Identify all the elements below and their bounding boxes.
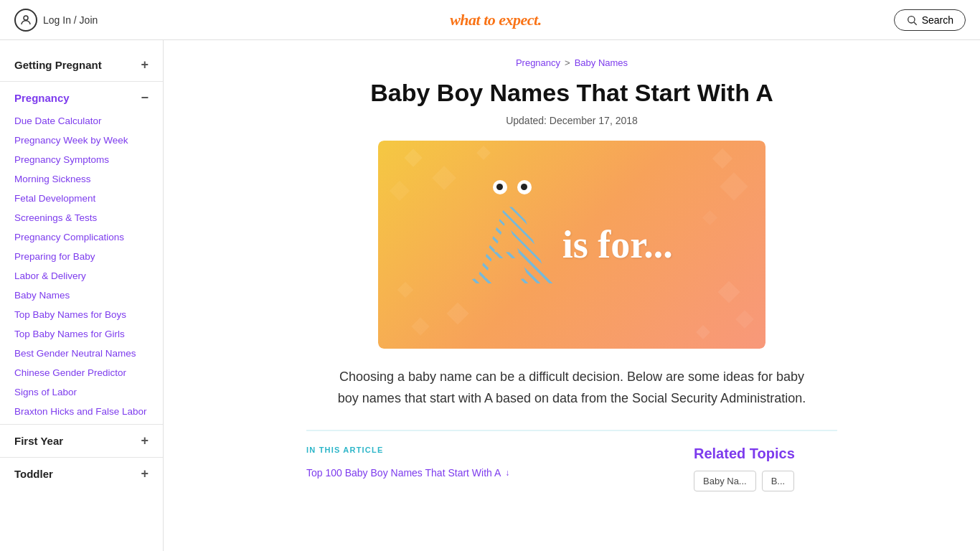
list-item: Screenings & Tests	[0, 208, 163, 227]
sidebar-divider	[0, 457, 163, 458]
signs-of-labor-link[interactable]: Signs of Labor	[0, 382, 163, 402]
sidebar-item-toddler[interactable]: Toddler +	[0, 461, 163, 487]
svg-line-2	[914, 22, 917, 25]
pregnancy-symptoms-link[interactable]: Pregnancy Symptoms	[0, 150, 163, 169]
sidebar-divider	[0, 81, 163, 82]
list-item: Top Baby Names for Girls	[0, 324, 163, 344]
collapse-icon: −	[141, 90, 149, 105]
updated-date: Updated: December 17, 2018	[306, 115, 837, 126]
avatar-icon	[14, 9, 37, 32]
svg-point-1	[908, 16, 914, 22]
list-item: Pregnancy Symptoms	[0, 150, 163, 169]
chinese-gender-predictor-link[interactable]: Chinese Gender Predictor	[0, 363, 163, 382]
top-girls-names-link[interactable]: Top Baby Names for Girls	[0, 324, 163, 344]
arrow-down-icon: ↓	[505, 468, 509, 478]
list-item: Labor & Delivery	[0, 266, 163, 286]
preparing-for-baby-link[interactable]: Preparing for Baby	[0, 247, 163, 266]
related-topics-label: Related Topics	[694, 446, 837, 462]
sidebar: Getting Pregnant + Pregnancy − Due Date …	[0, 40, 164, 551]
sidebar-section-label: First Year	[14, 435, 63, 447]
list-item: Pregnancy Complications	[0, 227, 163, 247]
list-item: Preparing for Baby	[0, 247, 163, 266]
list-item: Pregnancy Week by Week	[0, 131, 163, 150]
top-boys-names-link[interactable]: Top Baby Names for Boys	[0, 305, 163, 324]
list-item: Top Baby Names for Boys	[0, 305, 163, 324]
pregnancy-week-by-week-link[interactable]: Pregnancy Week by Week	[0, 131, 163, 150]
toc-item-link[interactable]: Top 100 Baby Boy Names That Start With A…	[306, 467, 665, 479]
sidebar-divider	[0, 424, 163, 425]
list-item: Fetal Development	[0, 189, 163, 208]
sidebar-section-label: Pregnancy	[14, 92, 70, 104]
toc-list: Top 100 Baby Boy Names That Start With A…	[306, 463, 665, 483]
labor-delivery-link[interactable]: Labor & Delivery	[0, 266, 163, 286]
related-tag[interactable]: B...	[762, 471, 795, 491]
list-item: Top 100 Baby Boy Names That Start With A…	[306, 463, 665, 483]
expand-icon: +	[141, 466, 149, 481]
breadcrumb-separator: >	[565, 57, 570, 68]
pregnancy-subnav: Due Date Calculator Pregnancy Week by We…	[0, 111, 163, 421]
list-item: Chinese Gender Predictor	[0, 363, 163, 382]
page-title: Baby Boy Names That Start With A	[306, 78, 837, 108]
article-intro: Choosing a baby name can be a difficult …	[335, 366, 809, 410]
gender-neutral-names-link[interactable]: Best Gender Neutral Names	[0, 344, 163, 363]
list-item: Due Date Calculator	[0, 111, 163, 131]
toc-item-label: Top 100 Baby Boy Names That Start With A	[306, 467, 501, 479]
list-item: Morning Sickness	[0, 169, 163, 189]
in-this-article: IN THIS ARTICLE Top 100 Baby Boy Names T…	[306, 446, 665, 491]
main-layout: Getting Pregnant + Pregnancy − Due Date …	[0, 40, 980, 551]
list-item: Braxton Hicks and False Labor	[0, 402, 163, 421]
main-content: Pregnancy > Baby Names Baby Boy Names Th…	[164, 40, 980, 551]
list-item: Best Gender Neutral Names	[0, 344, 163, 363]
site-header: Log In / Join what to expect. Search	[0, 0, 980, 40]
list-item: Signs of Labor	[0, 382, 163, 402]
sidebar-item-first-year[interactable]: First Year +	[0, 428, 163, 454]
login-label: Log In / Join	[43, 14, 98, 26]
pregnancy-complications-link[interactable]: Pregnancy Complications	[0, 227, 163, 247]
baby-names-link[interactable]: Baby Names	[0, 286, 163, 305]
search-button[interactable]: Search	[894, 9, 966, 31]
expand-icon: +	[141, 433, 149, 448]
related-topics: Related Topics Baby Na... B...	[694, 446, 837, 491]
screenings-tests-link[interactable]: Screenings & Tests	[0, 208, 163, 227]
hero-text: is for...	[562, 222, 673, 267]
hero-image: A is for...	[378, 141, 765, 349]
sidebar-section-label: Getting Pregnant	[14, 59, 102, 71]
braxton-hicks-link[interactable]: Braxton Hicks and False Labor	[0, 402, 163, 421]
morning-sickness-link[interactable]: Morning Sickness	[0, 169, 163, 189]
sidebar-item-getting-pregnant[interactable]: Getting Pregnant +	[0, 52, 163, 78]
svg-point-0	[24, 16, 28, 20]
search-icon	[906, 14, 918, 26]
letter-a-wrapper: A	[471, 187, 554, 302]
due-date-calculator-link[interactable]: Due Date Calculator	[0, 111, 163, 131]
sidebar-section-label: Toddler	[14, 468, 53, 480]
site-logo[interactable]: what to expect.	[450, 11, 542, 29]
breadcrumb: Pregnancy > Baby Names	[306, 57, 837, 68]
sidebar-item-pregnancy[interactable]: Pregnancy −	[0, 85, 163, 111]
list-item: Baby Names	[0, 286, 163, 305]
logo-text: what to expect.	[450, 11, 542, 29]
article-bottom-section: IN THIS ARTICLE Top 100 Baby Boy Names T…	[306, 446, 837, 491]
hero-image-background: A is for...	[378, 141, 765, 349]
fetal-development-link[interactable]: Fetal Development	[0, 189, 163, 208]
breadcrumb-parent-link[interactable]: Pregnancy	[516, 57, 560, 68]
section-divider	[306, 430, 837, 431]
hero-letter-container: A is for...	[471, 187, 673, 302]
content-area: Pregnancy > Baby Names Baby Boy Names Th…	[292, 57, 852, 491]
breadcrumb-current: Baby Names	[575, 57, 628, 68]
login-button[interactable]: Log In / Join	[14, 9, 98, 32]
expand-icon: +	[141, 57, 149, 72]
search-label: Search	[922, 14, 953, 26]
in-this-article-label: IN THIS ARTICLE	[306, 446, 665, 454]
related-tag[interactable]: Baby Na...	[694, 471, 756, 491]
related-tags-row: Baby Na... B...	[694, 471, 837, 491]
